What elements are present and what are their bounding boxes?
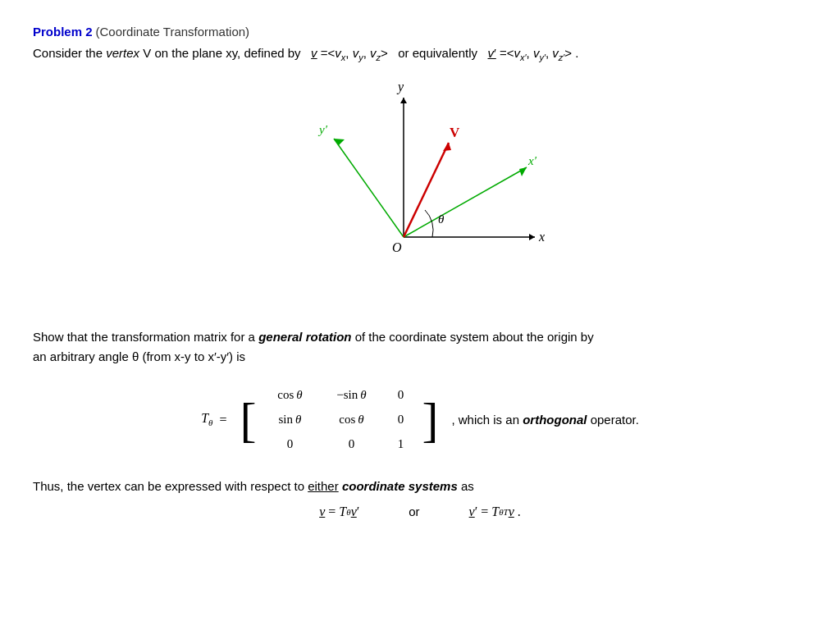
which-text: , which is an orthogonal operator. xyxy=(451,413,638,427)
intro-text: Consider the vertex V on the plane xy, d… xyxy=(33,44,807,65)
cell-32: 0 xyxy=(318,437,384,451)
formulas-row: v = Tθv′ or v′ = TθT v . xyxy=(33,504,807,519)
matrix-label: Tθ xyxy=(201,411,212,427)
formula-1: v = Tθv′ xyxy=(319,504,359,519)
cell-21: sin θ xyxy=(261,413,318,427)
svg-marker-1 xyxy=(529,234,535,240)
matrix-section: Tθ = [ cos θ −sin θ 0 sin θ cos θ 0 0 0 … xyxy=(33,380,807,460)
formula-2: v′ = TθT v . xyxy=(469,504,521,519)
svg-text:V: V xyxy=(450,125,460,140)
matrix-wrapper: [ cos θ −sin θ 0 sin θ cos θ 0 0 0 1 ] xyxy=(240,380,438,460)
svg-text:x: x xyxy=(538,230,545,244)
cell-11: cos θ xyxy=(261,388,318,402)
problem-title: Problem 2 xyxy=(33,25,93,39)
problem-subtitle: (Coordinate Transformation) xyxy=(96,25,250,39)
bracket-left: [ xyxy=(240,395,256,445)
matrix-grid: cos θ −sin θ 0 sin θ cos θ 0 0 0 1 xyxy=(256,380,422,460)
cell-23: 0 xyxy=(384,413,417,427)
svg-line-10 xyxy=(334,139,404,237)
svg-text:y′: y′ xyxy=(317,123,328,136)
coordinate-diagram: x y O x′ y′ V θ xyxy=(289,73,551,311)
cell-31: 0 xyxy=(261,437,318,451)
equals-sign: = xyxy=(219,413,226,427)
thus-text: Thus, the vertex can be expressed with r… xyxy=(33,477,807,496)
cell-22: cos θ xyxy=(318,413,384,427)
svg-text:y: y xyxy=(396,80,404,94)
show-text: Show that the transformation matrix for … xyxy=(33,327,807,367)
svg-text:O: O xyxy=(392,240,402,254)
cell-13: 0 xyxy=(384,388,417,402)
diagram-container: x y O x′ y′ V θ xyxy=(33,73,807,311)
cell-33: 1 xyxy=(384,437,417,451)
svg-marker-8 xyxy=(519,167,527,176)
svg-line-7 xyxy=(404,167,527,237)
svg-marker-4 xyxy=(400,98,407,103)
problem-header: Problem 2 (Coordinate Transformation) xyxy=(33,25,807,39)
svg-text:x′: x′ xyxy=(527,154,537,167)
bracket-right: ] xyxy=(422,395,438,445)
or-text: or xyxy=(409,504,419,518)
svg-text:θ: θ xyxy=(438,212,445,226)
cell-12: −sin θ xyxy=(318,388,384,402)
